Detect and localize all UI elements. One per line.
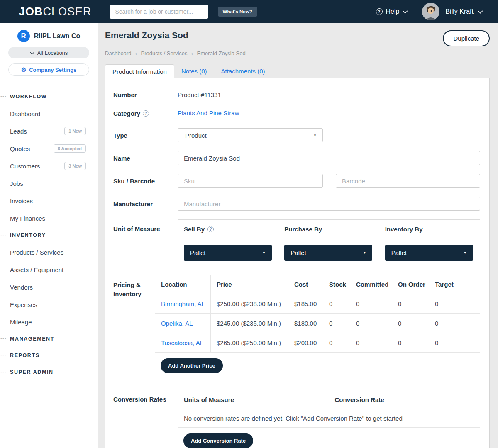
manufacturer-row: Manufacturer: [113, 197, 480, 211]
app-logo[interactable]: JOBCLOSER: [19, 5, 92, 18]
sell-by-select[interactable]: Pallet ▼: [184, 245, 272, 261]
section-dashes-icon: ---: [0, 352, 7, 358]
section-dashes-icon: ---: [0, 232, 7, 238]
sidebar-item-dashboard[interactable]: Dashboard: [0, 105, 98, 122]
chevron-down-icon: [30, 50, 34, 56]
sell-by-header: Sell By: [184, 226, 205, 233]
sidebar-section-management[interactable]: --- MANAGEMENT: [0, 331, 98, 347]
sku-barcode-label: Sku / Barcode: [113, 178, 178, 185]
type-select[interactable]: Product ▼: [178, 128, 323, 142]
main-content: Emerald Zoysia Sod Duplicate Dashboard ›…: [98, 23, 498, 448]
breadcrumb-products-services[interactable]: Products / Services: [141, 50, 188, 56]
location-link[interactable]: Tuscaloosa, AL: [161, 339, 203, 346]
gear-icon: ⚙: [21, 67, 27, 73]
duplicate-button[interactable]: Duplicate: [443, 30, 490, 46]
whats-new-button[interactable]: What's New?: [218, 7, 257, 17]
avatar[interactable]: [422, 3, 439, 20]
sidebar-section-reports[interactable]: --- REPORTS: [0, 347, 98, 364]
sidebar-item-vendors[interactable]: Vendors: [0, 278, 98, 296]
section-dashes-icon: ---: [0, 369, 7, 375]
manufacturer-input[interactable]: [178, 197, 480, 211]
purchase-by-select[interactable]: Pallet ▼: [284, 245, 372, 261]
sidebar-item-expenses[interactable]: Expenses: [0, 296, 98, 313]
location-selector[interactable]: All Locations: [8, 47, 89, 58]
pricing-table-header: Location Price Cost Stock Committed On O…: [155, 275, 480, 294]
logo-bold: JOB: [19, 5, 43, 18]
help-menu[interactable]: ? Help: [376, 8, 408, 15]
table-row: Tuscaloosa, AL $265.00 ($250.00 Min.) $2…: [155, 333, 480, 352]
table-row: Opelika, AL $245.00 ($235.00 Min.) $180.…: [155, 313, 480, 333]
inventory-by-header: Inventory By: [379, 220, 480, 239]
sidebar-section-inventory[interactable]: --- INVENTORY: [0, 227, 98, 243]
section-dashes-icon: ---: [0, 336, 7, 341]
purchase-by-header: Purchase By: [278, 220, 379, 239]
tab-attachments[interactable]: Attachments (0): [214, 64, 272, 78]
quotes-badge: 8 Accepted: [54, 144, 86, 153]
inventory-by-select[interactable]: Pallet ▼: [385, 245, 473, 261]
unit-of-measure-label: Unit of Measure: [113, 219, 178, 232]
conversion-rates-label: Conversion Rates: [113, 390, 178, 403]
sidebar-item-mileage[interactable]: Mileage: [0, 313, 98, 331]
global-search-input[interactable]: [110, 5, 208, 19]
sidebar-section-workflow[interactable]: --- WORKFLOW: [0, 88, 98, 105]
company-header: R RIIPL Lawn Co: [0, 30, 98, 42]
pricing-inventory-label: Pricing & Inventory: [113, 275, 155, 299]
chevron-down-icon: [478, 8, 483, 15]
sell-by-help-icon[interactable]: ?: [208, 226, 214, 232]
sidebar-item-products-services[interactable]: Products / Services: [0, 243, 98, 261]
type-select-value: Product: [185, 132, 207, 139]
dropdown-arrow-icon: ▼: [262, 251, 266, 255]
number-value: Product #11331: [178, 91, 480, 98]
dropdown-arrow-icon: ▼: [363, 251, 366, 255]
pricing-table: Location Price Cost Stock Committed On O…: [155, 275, 480, 379]
category-help-icon[interactable]: ?: [143, 110, 149, 117]
name-input[interactable]: [178, 151, 480, 165]
location-link[interactable]: Birmingham, AL: [161, 300, 205, 307]
tab-bar: Product Information Notes (0) Attachment…: [105, 64, 490, 78]
dropdown-arrow-icon: ▼: [313, 134, 317, 137]
breadcrumb-dashboard[interactable]: Dashboard: [105, 50, 132, 56]
help-icon: ?: [376, 8, 383, 15]
sidebar-item-assets-equipment[interactable]: Assets / Equipment: [0, 261, 98, 278]
tab-product-information[interactable]: Product Information: [105, 64, 174, 78]
section-dashes-icon: ---: [0, 93, 7, 99]
location-link[interactable]: Opelika, AL: [161, 320, 193, 327]
name-row: Name: [113, 151, 480, 165]
page-title: Emerald Zoysia Sod: [105, 30, 188, 40]
category-link[interactable]: Plants And Pine Straw: [178, 110, 239, 117]
unit-of-measure-table: Sell By ? Purchase By Inventory By Palle…: [178, 219, 480, 266]
sidebar-item-leads[interactable]: Leads 1 New: [0, 122, 98, 140]
table-row: Birmingham, AL $250.00 ($238.00 Min.) $1…: [155, 294, 480, 313]
sku-input[interactable]: [178, 174, 323, 188]
conversion-rates-table: Units of Measure Conversion Rate No conv…: [178, 390, 480, 448]
sidebar-item-quotes[interactable]: Quotes 8 Accepted: [0, 140, 98, 157]
user-menu[interactable]: Billy Kraft: [445, 8, 483, 15]
add-conversion-rate-button[interactable]: Add Conversion Rate: [183, 433, 253, 448]
conversion-empty-message: No conversion rates are defined yet. Cli…: [178, 409, 480, 427]
type-row: Type Product ▼: [113, 128, 480, 142]
sidebar-section-super-admin[interactable]: --- SUPER ADMIN: [0, 364, 98, 380]
pricing-inventory-row: Pricing & Inventory Location Price Cost …: [113, 275, 480, 379]
sidebar-nav: --- WORKFLOW Dashboard Leads 1 New Quote…: [0, 88, 98, 380]
tab-notes[interactable]: Notes (0): [174, 64, 214, 78]
sidebar-item-invoices[interactable]: Invoices: [0, 192, 98, 209]
unit-of-measure-row: Unit of Measure Sell By ? Purchase By In…: [113, 219, 480, 266]
sidebar-item-jobs[interactable]: Jobs: [0, 175, 98, 192]
barcode-input[interactable]: [336, 174, 480, 188]
name-label: Name: [113, 155, 178, 162]
product-information-panel: Number Product #11331 Category ? Plants …: [105, 78, 490, 448]
number-row: Number Product #11331: [113, 91, 480, 98]
breadcrumb-separator-icon: ›: [191, 50, 193, 57]
add-another-price-button[interactable]: Add Another Price: [161, 358, 223, 373]
company-settings-button[interactable]: ⚙ Company Settings: [8, 63, 89, 76]
sidebar: R RIIPL Lawn Co All Locations ⚙ Company …: [0, 23, 98, 448]
breadcrumb: Dashboard › Products / Services › Emeral…: [105, 50, 490, 57]
logo-light: CLOSER: [43, 5, 92, 18]
help-label: Help: [386, 8, 400, 15]
category-label: Category: [113, 110, 140, 117]
sidebar-item-customers[interactable]: Customers 3 New: [0, 157, 98, 175]
sidebar-item-my-finances[interactable]: My Finances: [0, 209, 98, 227]
type-label: Type: [113, 132, 178, 139]
dropdown-arrow-icon: ▼: [464, 251, 467, 255]
category-row: Category ? Plants And Pine Straw: [113, 110, 480, 117]
